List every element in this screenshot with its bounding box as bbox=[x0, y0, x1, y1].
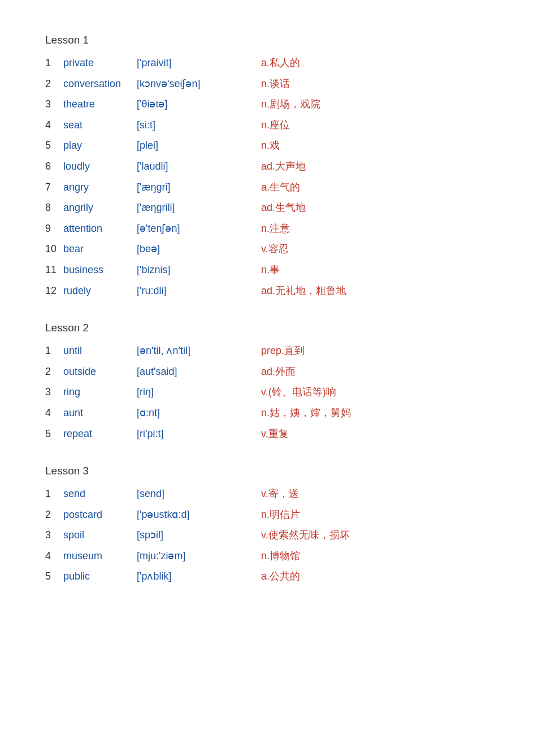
word-chinese: v.(铃、电话等)响 bbox=[261, 383, 336, 401]
word-number: 12 bbox=[45, 282, 63, 300]
word-phonetic: ['æŋgri] bbox=[137, 179, 261, 196]
word-row: 2conversation[kɔnvə'seiʃən]n.谈话 bbox=[45, 75, 489, 93]
word-chinese: n.博物馆 bbox=[261, 547, 300, 565]
lesson-title-2: Lesson 2 bbox=[45, 322, 489, 334]
word-row: 5repeat[ri'pi:t]v.重复 bbox=[45, 425, 489, 443]
word-number: 4 bbox=[45, 547, 63, 565]
word-number: 1 bbox=[45, 485, 63, 503]
word-number: 3 bbox=[45, 96, 63, 113]
word-phonetic: ['æŋgrili] bbox=[137, 199, 261, 217]
word-number: 3 bbox=[45, 526, 63, 544]
word-phonetic: ['praivit] bbox=[137, 54, 261, 72]
word-chinese: v.使索然无味，损坏 bbox=[261, 526, 350, 544]
word-row: 1send[send]v.寄，送 bbox=[45, 485, 489, 503]
word-phonetic: [riŋ] bbox=[137, 383, 261, 401]
word-number: 10 bbox=[45, 240, 63, 258]
word-english: aunt bbox=[63, 404, 137, 422]
word-number: 5 bbox=[45, 425, 63, 443]
word-english: outside bbox=[63, 363, 137, 381]
word-chinese: n.注意 bbox=[261, 220, 290, 237]
word-chinese: n.谈话 bbox=[261, 75, 290, 93]
word-chinese: n.姑，姨，婶，舅妈 bbox=[261, 404, 351, 422]
word-english: bear bbox=[63, 240, 137, 258]
word-english: spoil bbox=[63, 526, 137, 544]
word-chinese: ad.无礼地，粗鲁地 bbox=[261, 282, 346, 300]
word-row: 3spoil[spɔil]v.使索然无味，损坏 bbox=[45, 526, 489, 544]
word-chinese: a.生气的 bbox=[261, 179, 300, 196]
lesson-title-3: Lesson 3 bbox=[45, 465, 489, 477]
word-phonetic: [plei] bbox=[137, 137, 261, 154]
word-number: 2 bbox=[45, 506, 63, 524]
word-number: 1 bbox=[45, 342, 63, 360]
word-phonetic: [ɑ:nt] bbox=[137, 404, 261, 422]
word-chinese: ad.生气地 bbox=[261, 199, 306, 217]
word-number: 5 bbox=[45, 568, 63, 585]
word-chinese: n.明信片 bbox=[261, 506, 300, 524]
word-chinese: n.座位 bbox=[261, 116, 290, 134]
word-chinese: v.寄，送 bbox=[261, 485, 299, 503]
word-phonetic: ['pʌblik] bbox=[137, 568, 261, 585]
word-row: 6loudly['laudli]ad.大声地 bbox=[45, 158, 489, 175]
lesson-block-1: Lesson 11private['praivit]a.私人的2conversa… bbox=[45, 34, 489, 299]
word-english: send bbox=[63, 485, 137, 503]
word-row: 3ring[riŋ]v.(铃、电话等)响 bbox=[45, 383, 489, 401]
word-english: private bbox=[63, 54, 137, 72]
word-number: 4 bbox=[45, 404, 63, 422]
word-chinese: ad.外面 bbox=[261, 363, 296, 381]
word-english: museum bbox=[63, 547, 137, 565]
word-row: 1private['praivit]a.私人的 bbox=[45, 54, 489, 72]
word-english: ring bbox=[63, 383, 137, 401]
word-row: 11business['biznis]n.事 bbox=[45, 261, 489, 279]
word-row: 4aunt[ɑ:nt]n.姑，姨，婶，舅妈 bbox=[45, 404, 489, 422]
word-row: 12rudely['ru:dli]ad.无礼地，粗鲁地 bbox=[45, 282, 489, 300]
word-row: 3theatre['θiətə]n.剧场，戏院 bbox=[45, 96, 489, 113]
word-row: 5public['pʌblik]a.公共的 bbox=[45, 568, 489, 585]
word-phonetic: [ri'pi:t] bbox=[137, 425, 261, 443]
word-phonetic: [ən'til, ʌn'til] bbox=[137, 342, 261, 360]
word-english: rudely bbox=[63, 282, 137, 300]
word-english: attention bbox=[63, 220, 137, 237]
word-chinese: n.事 bbox=[261, 261, 280, 279]
word-english: public bbox=[63, 568, 137, 585]
word-row: 10bear[beə]v.容忍 bbox=[45, 240, 489, 258]
lesson-block-2: Lesson 21until[ən'til, ʌn'til]prep.直到2ou… bbox=[45, 322, 489, 442]
word-chinese: n.剧场，戏院 bbox=[261, 96, 320, 113]
word-english: play bbox=[63, 137, 137, 154]
word-number: 8 bbox=[45, 199, 63, 217]
word-phonetic: [send] bbox=[137, 485, 261, 503]
word-english: seat bbox=[63, 116, 137, 134]
lesson-block-3: Lesson 31send[send]v.寄，送2postcard['pəust… bbox=[45, 465, 489, 585]
word-number: 1 bbox=[45, 54, 63, 72]
word-chinese: a.私人的 bbox=[261, 54, 300, 72]
word-phonetic: [spɔil] bbox=[137, 526, 261, 544]
word-number: 5 bbox=[45, 137, 63, 154]
word-english: loudly bbox=[63, 158, 137, 175]
word-phonetic: ['laudli] bbox=[137, 158, 261, 175]
word-row: 7angry['æŋgri]a.生气的 bbox=[45, 179, 489, 196]
word-row: 2postcard['pəustkɑ:d]n.明信片 bbox=[45, 506, 489, 524]
word-phonetic: [kɔnvə'seiʃən] bbox=[137, 75, 261, 93]
word-phonetic: ['ru:dli] bbox=[137, 282, 261, 300]
word-chinese: prep.直到 bbox=[261, 342, 305, 360]
word-number: 11 bbox=[45, 261, 63, 279]
word-chinese: v.重复 bbox=[261, 425, 289, 443]
word-phonetic: [mju:'ziəm] bbox=[137, 547, 261, 565]
lesson-title-1: Lesson 1 bbox=[45, 34, 489, 46]
word-number: 2 bbox=[45, 363, 63, 381]
word-phonetic: [beə] bbox=[137, 240, 261, 258]
word-row: 9attention[ə'tenʃən]n.注意 bbox=[45, 220, 489, 237]
word-english: angry bbox=[63, 179, 137, 196]
word-english: theatre bbox=[63, 96, 137, 113]
word-chinese: ad.大声地 bbox=[261, 158, 306, 175]
word-chinese: a.公共的 bbox=[261, 568, 300, 585]
word-phonetic: ['pəustkɑ:d] bbox=[137, 506, 261, 524]
word-row: 1until[ən'til, ʌn'til]prep.直到 bbox=[45, 342, 489, 360]
word-chinese: v.容忍 bbox=[261, 240, 289, 258]
word-number: 4 bbox=[45, 116, 63, 134]
word-number: 3 bbox=[45, 383, 63, 401]
word-row: 2outside[aut'said]ad.外面 bbox=[45, 363, 489, 381]
app-container: Lesson 11private['praivit]a.私人的2conversa… bbox=[45, 34, 489, 585]
word-english: until bbox=[63, 342, 137, 360]
word-row: 5play[plei]n.戏 bbox=[45, 137, 489, 154]
word-phonetic: ['θiətə] bbox=[137, 96, 261, 113]
